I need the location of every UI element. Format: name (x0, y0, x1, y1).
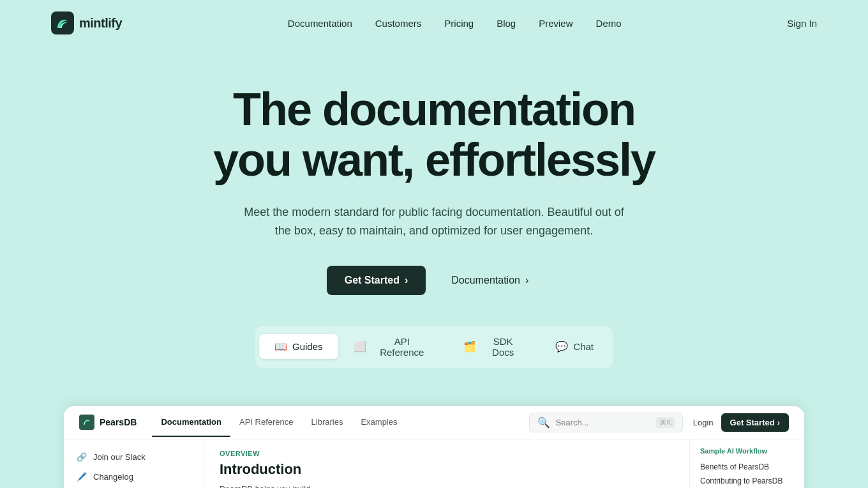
card-search[interactable]: 🔍 ⌘K (529, 413, 682, 432)
book-icon: 📖 (274, 340, 287, 353)
get-started-label: Get Started (345, 275, 400, 286)
get-started-arrow: › (405, 275, 408, 286)
logo[interactable]: mintlify (51, 11, 122, 34)
tab-sdk-label: SDK Docs (481, 336, 525, 358)
tab-chat[interactable]: 💬 Chat (540, 334, 609, 359)
slack-icon: 🔗 (77, 452, 87, 462)
sign-in-button[interactable]: Sign In (787, 18, 817, 29)
hero-title-line1: The documentation (233, 84, 635, 135)
card-logo-text: PearsDB (100, 417, 137, 427)
tab-chat-label: Chat (573, 341, 594, 352)
api-icon: ⬜ (354, 340, 366, 353)
card-nav-documentation[interactable]: Documentation (152, 408, 230, 437)
card-right-panel: Sample AI Workflow Benefits of PearsDB C… (689, 439, 804, 488)
chat-icon: 💬 (555, 340, 568, 353)
tab-api-reference[interactable]: ⬜ API Reference (338, 330, 448, 364)
mintlify-logo-icon (51, 11, 74, 34)
card-overview-label: Overview (220, 450, 674, 457)
nav-link-demo[interactable]: Demo (596, 18, 622, 29)
card-get-started-arrow: › (777, 418, 780, 427)
nav-links: Documentation Customers Pricing Blog Pre… (288, 18, 622, 29)
card-nav-examples[interactable]: Examples (352, 408, 406, 437)
search-shortcut: ⌘K (656, 417, 674, 428)
tab-guides-label: Guides (292, 341, 323, 352)
hero-buttons: Get Started › Documentation › (51, 266, 817, 295)
search-icon: 🔍 (537, 416, 550, 429)
nav-link-pricing[interactable]: Pricing (444, 18, 474, 29)
pearsdb-logo-icon (79, 415, 94, 430)
logo-text: mintlify (79, 16, 122, 31)
get-started-button[interactable]: Get Started › (327, 266, 426, 295)
documentation-arrow: › (525, 275, 528, 286)
sidebar-item-join-slack[interactable]: 🔗 Join our Slack (64, 447, 204, 467)
card-right-item-benefits[interactable]: Benefits of PearsDB (700, 460, 794, 474)
sidebar-join-slack-label: Join our Slack (93, 452, 146, 462)
card-login-button[interactable]: Login (693, 418, 714, 427)
hero-title-line2: you want, effortlessly (213, 134, 655, 185)
nav-link-documentation[interactable]: Documentation (288, 18, 352, 29)
card-intro-text: PearsDB helps you build... (220, 483, 674, 488)
hero-section: The documentation you want, effortlessly… (0, 46, 868, 393)
svg-rect-0 (51, 11, 74, 34)
card-nav-links: Documentation API Reference Libraries Ex… (152, 408, 529, 437)
card-body: 🔗 Join our Slack 🖊️ Changelog ⚙️ Overvie… (64, 439, 804, 488)
tab-guides[interactable]: 📖 Guides (259, 334, 338, 359)
card-navigation: PearsDB Documentation API Reference Libr… (64, 406, 804, 439)
hero-title: The documentation you want, effortlessly (147, 84, 721, 185)
sidebar-changelog-label: Changelog (93, 472, 133, 482)
tab-api-label: API Reference (371, 336, 433, 358)
card-intro-title: Introduction (220, 461, 674, 478)
svg-rect-1 (82, 417, 92, 427)
preview-card: PearsDB Documentation API Reference Libr… (64, 406, 804, 488)
sidebar-item-changelog[interactable]: 🖊️ Changelog (64, 467, 204, 487)
card-right-title: Sample AI Workflow (700, 447, 794, 455)
card-get-started-label: Get Started (730, 418, 775, 427)
changelog-icon: 🖊️ (77, 472, 87, 482)
card-main-content: Overview Introduction PearsDB helps you … (204, 439, 689, 488)
search-input[interactable] (555, 418, 651, 427)
card-logo[interactable]: PearsDB (79, 415, 137, 430)
nav-link-customers[interactable]: Customers (375, 18, 422, 29)
nav-link-blog[interactable]: Blog (497, 18, 516, 29)
nav-link-preview[interactable]: Preview (539, 18, 572, 29)
card-get-started-button[interactable]: Get Started › (721, 413, 789, 432)
documentation-button[interactable]: Documentation › (438, 266, 541, 295)
sdk-icon: 🗂️ (463, 340, 476, 353)
tab-sdk-docs[interactable]: 🗂️ SDK Docs (448, 330, 540, 364)
top-navigation: mintlify Documentation Customers Pricing… (0, 0, 868, 46)
card-nav-libraries[interactable]: Libraries (303, 408, 352, 437)
card-sidebar: 🔗 Join our Slack 🖊️ Changelog ⚙️ (64, 439, 204, 488)
hero-subtitle: Meet the modern standard for public faci… (243, 203, 625, 240)
tab-bar: 📖 Guides ⬜ API Reference 🗂️ SDK Docs 💬 C… (255, 326, 613, 368)
card-nav-api-reference[interactable]: API Reference (230, 408, 303, 437)
card-right-item-contributing[interactable]: Contributing to PearsDB (700, 474, 794, 488)
documentation-label: Documentation (451, 275, 520, 286)
